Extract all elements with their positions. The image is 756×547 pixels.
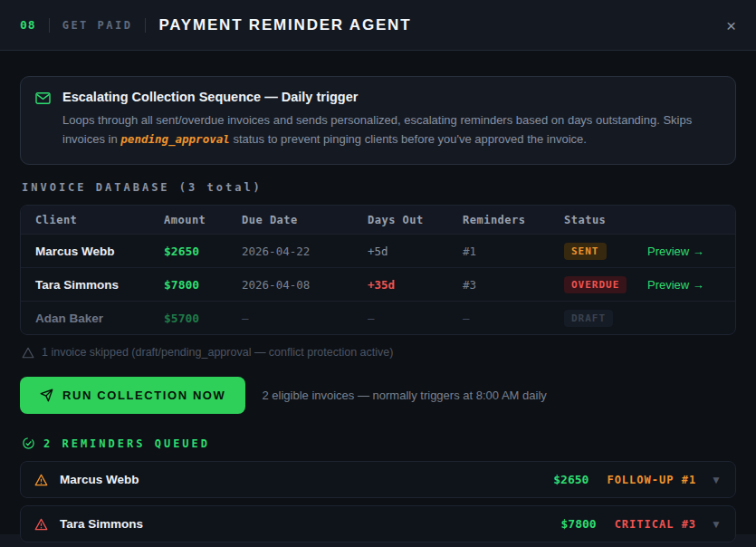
header-divider: [49, 18, 50, 33]
run-collection-button[interactable]: RUN COLLECTION NOW: [20, 377, 245, 414]
skip-notice: 1 invoice skipped (draft/pending_approva…: [22, 346, 736, 359]
envelope-icon: [35, 91, 51, 149]
col-due-date: Due Date: [242, 214, 368, 226]
status-badge: DRAFT: [564, 310, 613, 327]
queue-label-text: 2 REMINDERS QUEUED: [43, 437, 210, 450]
invoice-amount: $7800: [164, 278, 242, 292]
callout-description: Loops through all sent/overdue invoices …: [62, 110, 721, 149]
chevron-down-icon[interactable]: ▼: [711, 474, 722, 486]
table-row: Marcus Webb $2650 2026-04-22 +5d #1 SENT…: [21, 234, 735, 267]
category-label: GET PAID: [62, 19, 133, 32]
check-circle-icon: [22, 437, 35, 450]
warning-triangle-icon: [34, 518, 48, 531]
warning-triangle-icon: [22, 347, 34, 359]
invoice-database-label: INVOICE DATABASE (3 total): [22, 181, 736, 194]
reminder-count: #1: [463, 245, 564, 258]
callout-title: Escalating Collection Sequence — Daily t…: [62, 90, 721, 104]
warning-triangle-icon: [34, 474, 48, 486]
client-name: Tara Simmons: [60, 517, 560, 531]
callout-body: Escalating Collection Sequence — Daily t…: [62, 90, 721, 149]
agent-number: 08: [20, 18, 36, 32]
reminder-amount: $2650: [553, 473, 589, 486]
chevron-down-icon[interactable]: ▼: [711, 518, 722, 531]
col-amount: Amount: [164, 214, 242, 226]
page-title: PAYMENT REMINDER AGENT: [158, 16, 411, 34]
run-note: 2 eligible invoices — normally triggers …: [262, 389, 546, 402]
description-text: status to prevent pinging clients before…: [233, 132, 587, 146]
due-date: –: [242, 312, 368, 325]
preview-link[interactable]: Preview →: [647, 278, 721, 292]
send-icon: [40, 389, 53, 402]
status-badge: OVERDUE: [564, 276, 627, 293]
close-icon[interactable]: ×: [721, 13, 742, 37]
table-row: Tara Simmons $7800 2026-04-08 +35d #3 OV…: [21, 267, 735, 301]
queue-section-label: 2 REMINDERS QUEUED: [22, 437, 736, 450]
days-out: +5d: [368, 245, 463, 258]
table-row: Adan Baker $5700 – – – DRAFT: [21, 301, 735, 334]
status-code-tag: pending_approval: [120, 132, 229, 146]
invoice-table: Client Amount Due Date Days Out Reminder…: [20, 205, 736, 335]
col-client: Client: [35, 214, 164, 226]
days-out: +35d: [368, 278, 463, 292]
window-header: 08 GET PAID PAYMENT REMINDER AGENT ×: [0, 0, 756, 51]
invoice-amount: $2650: [164, 245, 242, 258]
col-days-out: Days Out: [368, 214, 463, 226]
agent-description-callout: Escalating Collection Sequence — Daily t…: [20, 76, 736, 165]
reminder-stage: FOLLOW-UP #1: [607, 474, 696, 486]
reminder-count: #3: [463, 278, 564, 292]
table-header-row: Client Amount Due Date Days Out Reminder…: [21, 206, 735, 234]
client-name: Adan Baker: [35, 312, 164, 325]
invoice-amount: $5700: [164, 312, 242, 325]
reminder-stage: CRITICAL #3: [615, 518, 696, 531]
reminder-amount: $7800: [560, 517, 596, 531]
status-badge: SENT: [564, 243, 607, 260]
main-panel: Escalating Collection Sequence — Daily t…: [0, 51, 756, 534]
client-name: Marcus Webb: [60, 473, 553, 486]
skip-notice-text: 1 invoice skipped (draft/pending_approva…: [42, 346, 393, 359]
header-divider: [145, 18, 146, 33]
client-name: Tara Simmons: [35, 278, 164, 292]
col-reminders: Reminders: [463, 214, 564, 226]
col-status: Status: [564, 214, 647, 226]
reminder-count: –: [463, 312, 564, 325]
client-name: Marcus Webb: [35, 245, 164, 258]
due-date: 2026-04-08: [242, 278, 368, 292]
run-button-label: RUN COLLECTION NOW: [62, 389, 225, 402]
days-out: –: [368, 312, 463, 325]
queued-reminder-row[interactable]: Tara Simmons $7800 CRITICAL #3 ▼: [20, 505, 736, 542]
run-row: RUN COLLECTION NOW 2 eligible invoices —…: [20, 377, 736, 414]
queued-reminder-row[interactable]: Marcus Webb $2650 FOLLOW-UP #1 ▼: [20, 461, 736, 498]
preview-link[interactable]: Preview →: [647, 245, 721, 258]
due-date: 2026-04-22: [242, 245, 368, 258]
